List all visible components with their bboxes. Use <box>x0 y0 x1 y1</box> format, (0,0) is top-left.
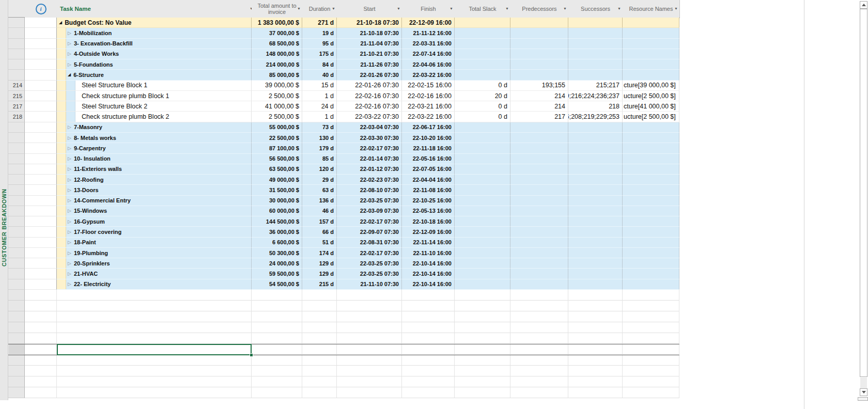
empty-cell[interactable] <box>25 311 57 322</box>
cell-res[interactable]: cture[39 000,00 $] <box>623 81 679 91</box>
selected-cell[interactable] <box>57 344 252 355</box>
filter-arrow-icon[interactable]: ▼ <box>450 6 453 12</box>
expand-icon[interactable]: ◢ <box>68 72 71 77</box>
cell-duration[interactable]: 136 d <box>302 196 337 206</box>
cell-task-name[interactable]: ▷20-Sprinklers <box>57 258 252 269</box>
cell-finish[interactable]: 22-05-13 16:00 <box>402 206 455 216</box>
cell-start[interactable]: 22-02-17 07:30 <box>337 143 402 153</box>
empty-cell[interactable] <box>568 311 623 322</box>
cell-finish[interactable]: 22-02-16 16:00 <box>402 91 455 101</box>
fill-handle[interactable] <box>250 353 253 357</box>
row-number[interactable]: 217 <box>8 101 25 112</box>
cell-finish[interactable]: 22-10-14 16:00 <box>402 269 455 279</box>
collapse-icon[interactable]: ▷ <box>68 177 71 182</box>
cell-pred[interactable]: 214 <box>510 91 568 101</box>
cell-start[interactable]: 22-03-30 07:30 <box>337 133 402 143</box>
cell-slack[interactable] <box>455 206 510 216</box>
cell-slack[interactable]: 0 d <box>455 112 510 122</box>
cell-res[interactable] <box>623 154 679 164</box>
cell-res[interactable]: ucture[2 500,00 $] <box>623 91 679 101</box>
empty-cell[interactable] <box>302 301 337 311</box>
cell-duration[interactable]: 130 d <box>302 133 337 143</box>
row-number[interactable] <box>8 279 25 290</box>
empty-cell[interactable] <box>57 366 252 376</box>
group-row[interactable]: ▷22- Electricity54 500,00 $215 d21-11-10… <box>8 279 679 290</box>
cell-pred[interactable] <box>510 164 568 175</box>
empty-cell[interactable] <box>623 376 679 387</box>
row-number[interactable] <box>8 355 25 366</box>
cell-res[interactable] <box>623 258 679 269</box>
empty-cell[interactable] <box>510 387 568 398</box>
cell-succ[interactable] <box>568 143 623 153</box>
cell-pred[interactable] <box>510 28 568 38</box>
cell-finish[interactable]: 22-05-16 16:00 <box>402 154 455 164</box>
row-number[interactable] <box>8 216 25 227</box>
cell-duration[interactable]: 120 d <box>302 164 337 175</box>
row-number[interactable] <box>8 269 25 279</box>
cell-succ[interactable] <box>568 227 623 237</box>
cell-res[interactable] <box>623 164 679 175</box>
cell-task-name[interactable]: ▷16-Gypsum <box>57 216 252 227</box>
row-number[interactable] <box>8 122 25 133</box>
cell-start[interactable]: 22-03-25 07:30 <box>337 196 402 206</box>
collapse-icon[interactable]: ▷ <box>68 124 71 130</box>
row-number[interactable] <box>8 376 25 387</box>
cell-amount[interactable]: 68 500,00 $ <box>252 39 302 49</box>
empty-cell[interactable] <box>455 344 510 355</box>
cell-pred[interactable] <box>510 279 568 290</box>
cell-succ[interactable] <box>568 185 623 195</box>
empty-cell[interactable] <box>337 344 402 355</box>
scrollbar-track[interactable] <box>860 377 867 388</box>
cell-pred[interactable] <box>510 49 568 59</box>
empty-cell[interactable] <box>510 311 568 322</box>
empty-cell[interactable] <box>337 301 402 311</box>
empty-cell[interactable] <box>25 333 57 344</box>
cell-start[interactable]: 22-02-16 07:30 <box>337 91 402 101</box>
empty-cell[interactable] <box>302 366 337 376</box>
cell-amount[interactable]: 6 600,00 $ <box>252 238 302 248</box>
row-number[interactable] <box>8 248 25 258</box>
empty-cell[interactable] <box>57 376 252 387</box>
empty-cell[interactable] <box>623 355 679 366</box>
cell-amount[interactable]: 148 000,00 $ <box>252 49 302 59</box>
row-number[interactable] <box>8 322 25 333</box>
cell-amount[interactable]: 50 300,00 $ <box>252 248 302 258</box>
cell-start[interactable]: 21-11-10 07:30 <box>337 279 402 290</box>
cell-amount[interactable]: 39 000,00 $ <box>252 81 302 91</box>
cell-start[interactable]: 22-03-22 07:30 <box>337 112 402 122</box>
group-row[interactable]: ▷12-Roofing49 000,00 $29 d22-02-23 07:30… <box>8 175 679 185</box>
cell-pred[interactable]: 217 <box>510 112 568 122</box>
cell-amount[interactable]: 214 000,00 $ <box>252 59 302 70</box>
empty-cell[interactable] <box>57 301 252 311</box>
empty-cell[interactable] <box>337 366 402 376</box>
cell-task-name[interactable]: ▷19-Plumbing <box>57 248 252 258</box>
empty-cell[interactable] <box>57 387 252 398</box>
collapse-icon[interactable]: ▷ <box>68 208 71 213</box>
cell-res[interactable] <box>623 227 679 237</box>
row-number[interactable] <box>8 154 25 164</box>
row-number[interactable]: 214 <box>8 81 25 91</box>
group-row[interactable]: ▷1-Mobilization37 000,00 $19 d21-10-18 0… <box>8 28 679 38</box>
cell-duration[interactable]: 95 d <box>302 39 337 49</box>
empty-row[interactable] <box>8 290 679 301</box>
cell-task-name[interactable]: ▷10- Insulation <box>57 154 252 164</box>
row-number[interactable] <box>8 28 25 38</box>
cell-duration[interactable]: 46 d <box>302 206 337 216</box>
empty-cell[interactable] <box>623 301 679 311</box>
scrollbar-thumb[interactable] <box>860 9 867 377</box>
column-header-res[interactable]: Resource Names▼ <box>623 0 680 18</box>
cell-slack[interactable] <box>455 143 510 153</box>
empty-cell[interactable] <box>455 366 510 376</box>
empty-cell[interactable] <box>623 322 679 333</box>
cell-slack[interactable] <box>455 185 510 195</box>
cell-amount[interactable]: 54 500,00 $ <box>252 279 302 290</box>
empty-cell[interactable] <box>623 387 679 398</box>
empty-cell[interactable] <box>510 322 568 333</box>
cell-succ[interactable]: 218 <box>568 101 623 112</box>
cell-finish[interactable]: 22-11-08 16:00 <box>402 185 455 195</box>
cell-task-name[interactable]: ▷5-Foundations <box>57 59 252 70</box>
cell-duration[interactable]: 73 d <box>302 122 337 133</box>
cell-amount[interactable]: 31 500,00 $ <box>252 185 302 195</box>
task-row[interactable]: 218Check structure plumb Block 22 500,00… <box>8 112 679 122</box>
task-row[interactable]: 215Check structure plumb Block 12 500,00… <box>8 91 679 101</box>
